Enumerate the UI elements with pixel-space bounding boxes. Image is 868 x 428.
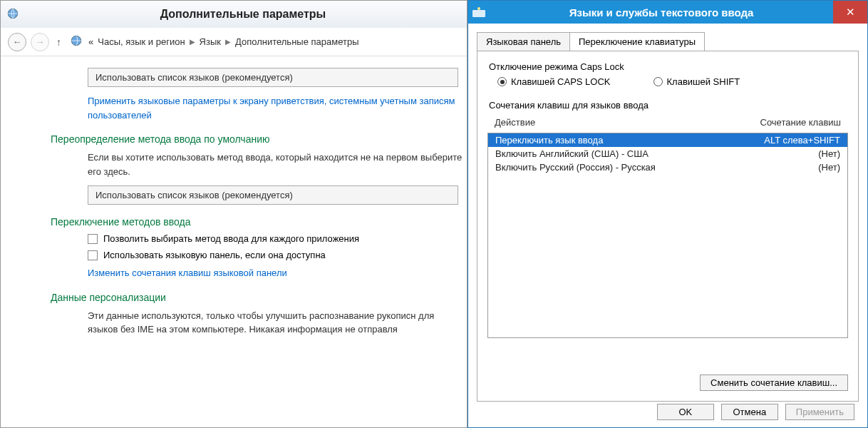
keyboard-icon bbox=[468, 7, 490, 17]
cell-action: Переключить язык ввода bbox=[495, 135, 764, 146]
close-button[interactable]: ✕ bbox=[833, 1, 867, 24]
radio-capslock[interactable]: Клавишей CAPS LOCK bbox=[497, 76, 611, 87]
cell-key: ALT слева+SHIFT bbox=[764, 135, 840, 146]
dialog-titlebar: Языки и службы текстового ввода ✕ bbox=[468, 1, 867, 24]
window-titlebar: Дополнительные параметры bbox=[1, 1, 467, 28]
cell-action: Включить Русский (Россия) - Русская bbox=[495, 162, 818, 173]
radio-shift[interactable]: Клавишей SHIFT bbox=[653, 76, 740, 87]
ok-button[interactable]: OK bbox=[657, 404, 714, 420]
cancel-button[interactable]: Отмена bbox=[721, 404, 778, 420]
hotkeys-list[interactable]: Переключить язык ввода ALT слева+SHIFT В… bbox=[487, 133, 848, 338]
column-key: Сочетание клавиш bbox=[760, 117, 841, 128]
list-item[interactable]: Переключить язык ввода ALT слева+SHIFT bbox=[488, 133, 847, 147]
checkbox-label: Использовать языковую панель, если она д… bbox=[103, 250, 326, 260]
radio-label: Клавишей CAPS LOCK bbox=[511, 76, 611, 87]
checkbox-label: Позволить выбирать метод ввода для каждо… bbox=[103, 233, 359, 244]
globe-icon bbox=[6, 7, 19, 22]
change-hotkeys-link[interactable]: Изменить сочетания клавиш языковой панел… bbox=[88, 266, 465, 280]
breadcrumb-item[interactable]: Язык bbox=[200, 36, 221, 47]
breadcrumb-prefix: « bbox=[88, 36, 93, 47]
nav-back-button[interactable]: ← bbox=[8, 33, 26, 51]
paragraph: Если вы хотите использовать метод ввода,… bbox=[88, 151, 465, 178]
tab-strip: Языковая панель Переключение клавиатуры bbox=[477, 32, 867, 51]
nav-up-button[interactable]: ↑ bbox=[53, 36, 64, 48]
cell-key: (Нет) bbox=[818, 148, 840, 159]
dialog-buttons: OK Отмена Применить bbox=[657, 404, 854, 420]
svg-rect-2 bbox=[472, 10, 485, 17]
radio-icon bbox=[497, 77, 507, 86]
dialog-title: Языки и службы текстового ввода bbox=[490, 6, 833, 19]
text-services-dialog: Языки и службы текстового ввода ✕ Языков… bbox=[467, 0, 868, 428]
section-header: Данные персонализации bbox=[51, 292, 457, 303]
list-item[interactable]: Включить Английский (США) - США (Нет) bbox=[488, 147, 847, 160]
tab-language-bar[interactable]: Языковая панель bbox=[477, 32, 570, 51]
list-header: Действие Сочетание клавиш bbox=[487, 115, 848, 130]
list-item[interactable]: Включить Русский (Россия) - Русская (Нет… bbox=[488, 160, 847, 174]
hotkeys-group-label: Сочетания клавиш для языков ввода bbox=[489, 100, 848, 111]
section-header: Переопределение метода ввода по умолчани… bbox=[51, 133, 457, 145]
breadcrumb[interactable]: « Часы, язык и регион ▶ Язык ▶ Дополните… bbox=[88, 36, 359, 47]
tab-keyboard-switch[interactable]: Переключение клавиатуры bbox=[569, 32, 705, 51]
apply-to-welcome-link[interactable]: Применить языковые параметры к экрану пр… bbox=[88, 94, 465, 122]
content-area: Использовать список языков (рекомендуетс… bbox=[1, 56, 467, 351]
cell-key: (Нет) bbox=[818, 162, 840, 173]
breadcrumb-bar: ← → ↑ « Часы, язык и регион ▶ Язык ▶ Доп… bbox=[1, 28, 467, 56]
language-list-dropdown[interactable]: Использовать список языков (рекомендуетс… bbox=[88, 68, 458, 87]
radio-label: Клавишей SHIFT bbox=[667, 76, 740, 87]
apply-button[interactable]: Применить bbox=[785, 404, 854, 420]
capslock-group-label: Отключение режима Caps Lock bbox=[489, 61, 848, 72]
cell-action: Включить Английский (США) - США bbox=[495, 148, 818, 159]
globe-icon bbox=[70, 34, 83, 49]
breadcrumb-item[interactable]: Часы, язык и регион bbox=[98, 36, 185, 47]
checkbox-icon bbox=[88, 250, 98, 260]
language-bar-checkbox[interactable]: Использовать языковую панель, если она д… bbox=[88, 250, 457, 260]
breadcrumb-item[interactable]: Дополнительные параметры bbox=[235, 36, 359, 47]
input-method-dropdown[interactable]: Использовать список языков (рекомендуетс… bbox=[88, 185, 458, 205]
radio-icon bbox=[653, 77, 663, 86]
paragraph: Эти данные используются, только чтобы ул… bbox=[88, 309, 465, 337]
section-header: Переключение методов ввода bbox=[51, 216, 457, 228]
chevron-right-icon: ▶ bbox=[225, 38, 231, 46]
nav-forward-button[interactable]: → bbox=[31, 33, 49, 51]
per-app-input-checkbox[interactable]: Позволить выбирать метод ввода для каждо… bbox=[88, 233, 457, 244]
window-title: Дополнительные параметры bbox=[25, 8, 461, 21]
advanced-settings-window: Дополнительные параметры ← → ↑ « Часы, я… bbox=[0, 0, 467, 428]
checkbox-icon bbox=[88, 234, 98, 244]
chevron-right-icon: ▶ bbox=[190, 38, 195, 46]
tab-panel: Отключение режима Caps Lock Клавишей CAP… bbox=[477, 51, 859, 402]
change-key-sequence-button[interactable]: Сменить сочетание клавиш... bbox=[700, 374, 848, 391]
svg-point-3 bbox=[477, 7, 480, 10]
column-action: Действие bbox=[495, 117, 760, 128]
